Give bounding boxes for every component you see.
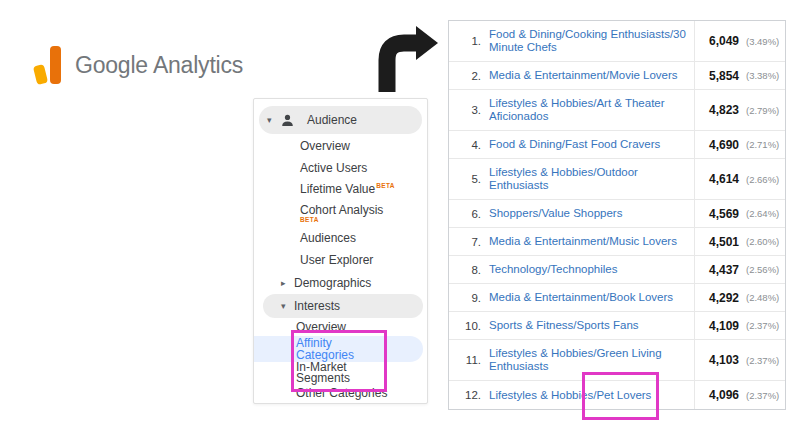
highlight-box-affinity-categories	[291, 330, 387, 392]
row-value-cell: 4,501(2.60%)	[694, 228, 785, 255]
sidebar-item-overview[interactable]: Overview	[254, 134, 427, 157]
row-percent: (2.37%)	[746, 320, 779, 331]
sidebar-item-label: Audiences	[300, 231, 356, 245]
row-rank: 8.	[449, 264, 481, 276]
row-value-cell: 4,292(2.48%)	[694, 284, 785, 311]
row-rank: 6.	[449, 208, 481, 220]
table-row: 9. Media & Entertainment/Book Lovers 4,2…	[449, 284, 785, 312]
analytics-bars-icon	[33, 44, 63, 86]
row-percent: (2.37%)	[746, 390, 779, 401]
row-rank: 2.	[449, 70, 481, 82]
row-value-cell: 4,569(2.64%)	[694, 200, 785, 227]
row-rank: 10.	[449, 320, 481, 332]
row-percent: (2.56%)	[746, 264, 779, 275]
row-percent: (3.38%)	[746, 70, 779, 81]
row-users: 4,109	[695, 319, 739, 333]
row-percent: (3.49%)	[746, 36, 779, 47]
row-users: 4,823	[695, 103, 739, 117]
row-percent: (2.66%)	[746, 174, 779, 185]
chevron-down-icon: ▾	[267, 115, 279, 125]
table-row: 2. Media & Entertainment/Movie Lovers 5,…	[449, 62, 785, 90]
affinity-categories-table: 1. Food & Dining/Cooking Enthusiasts/30 …	[448, 20, 786, 410]
category-link[interactable]: Food & Dining/Cooking Enthusiasts/30 Min…	[481, 28, 694, 54]
sidebar-item-interests[interactable]: ▾ Interests	[263, 294, 423, 318]
category-link[interactable]: Lifestyles & Hobbies/Art & Theater Afici…	[481, 97, 694, 123]
row-users: 4,569	[695, 207, 739, 221]
row-users: 4,614	[695, 172, 739, 186]
row-value-cell: 4,437(2.56%)	[694, 256, 785, 283]
table-row: 6. Shoppers/Value Shoppers 4,569(2.64%)	[449, 200, 785, 228]
logo-wordmark: Google Analytics	[75, 52, 243, 79]
row-value-cell: 4,690(2.71%)	[694, 131, 785, 158]
row-value-cell: 5,854(3.38%)	[694, 62, 785, 89]
row-rank: 4.	[449, 139, 481, 151]
row-rank: 1.	[449, 35, 481, 47]
row-rank: 5.	[449, 173, 481, 185]
google-analytics-logo: Google Analytics	[33, 44, 243, 86]
sidebar-item-label: User Explorer	[300, 253, 373, 267]
sidebar-item-active-users[interactable]: Active Users	[254, 157, 427, 178]
row-value-cell: 4,109(2.37%)	[694, 312, 785, 339]
sidebar-item-cohort-analysis[interactable]: Cohort Analysis BETA	[254, 199, 427, 227]
row-rank: 9.	[449, 292, 481, 304]
category-link[interactable]: Food & Dining/Fast Food Cravers	[481, 138, 694, 151]
row-value-cell: 4,823(2.79%)	[694, 90, 785, 130]
row-value-cell: 4,103(2.37%)	[694, 340, 785, 380]
chevron-right-icon: ▸	[281, 278, 294, 288]
table-row: 10. Sports & Fitness/Sports Fans 4,109(2…	[449, 312, 785, 340]
sidebar-item-label: Lifetime Value	[300, 182, 375, 196]
table-row: 4. Food & Dining/Fast Food Cravers 4,690…	[449, 131, 785, 159]
category-link[interactable]: Media & Entertainment/Music Lovers	[481, 235, 694, 248]
sidebar-item-label: Demographics	[294, 276, 371, 290]
table-row: 5. Lifestyles & Hobbies/Outdoor Enthusia…	[449, 159, 785, 200]
sidebar-item-audience[interactable]: ▾ Audience	[259, 106, 422, 134]
row-users: 4,292	[695, 291, 739, 305]
highlight-box-pet-lovers	[582, 372, 659, 420]
person-icon	[281, 114, 294, 127]
row-rank: 3.	[449, 104, 481, 116]
sidebar-item-user-explorer[interactable]: User Explorer	[254, 249, 427, 271]
category-link[interactable]: Technology/Technophiles	[481, 263, 694, 276]
row-percent: (2.48%)	[746, 292, 779, 303]
category-link[interactable]: Media & Entertainment/Movie Lovers	[481, 69, 694, 82]
sidebar-item-label: Overview	[300, 139, 350, 153]
category-link[interactable]: Lifestyles & Hobbies/Outdoor Enthusiasts	[481, 166, 694, 192]
table-row: 1. Food & Dining/Cooking Enthusiasts/30 …	[449, 21, 785, 62]
sidebar-item-label: Cohort Analysis	[300, 204, 383, 216]
row-rank: 7.	[449, 236, 481, 248]
row-value-cell: 4,614(2.66%)	[694, 159, 785, 199]
row-percent: (2.60%)	[746, 236, 779, 247]
sidebar-item-label: Active Users	[300, 161, 367, 175]
row-rank: 11.	[449, 354, 481, 366]
beta-badge: BETA	[300, 216, 319, 223]
row-percent: (2.37%)	[746, 355, 779, 366]
table-row: 7. Media & Entertainment/Music Lovers 4,…	[449, 228, 785, 256]
row-percent: (2.79%)	[746, 105, 779, 116]
row-value-cell: 6,049(3.49%)	[694, 21, 785, 61]
table-row: 8. Technology/Technophiles 4,437(2.56%)	[449, 256, 785, 284]
beta-badge: BETA	[376, 182, 395, 189]
table-row: 3. Lifestyles & Hobbies/Art & Theater Af…	[449, 90, 785, 131]
turn-right-arrow-icon	[378, 24, 440, 96]
category-link[interactable]: Media & Entertainment/Book Lovers	[481, 291, 694, 304]
sidebar-item-audiences[interactable]: Audiences	[254, 227, 427, 249]
row-rank: 12.	[449, 389, 481, 401]
row-users: 4,096	[695, 388, 739, 402]
category-link[interactable]: Sports & Fitness/Sports Fans	[481, 319, 694, 332]
sidebar-item-demographics[interactable]: ▸ Demographics	[254, 271, 427, 294]
row-percent: (2.71%)	[746, 139, 779, 150]
category-link[interactable]: Shoppers/Value Shoppers	[481, 207, 694, 220]
sidebar-item-label: Audience	[307, 113, 357, 127]
sidebar-item-label: Interests	[294, 299, 340, 313]
row-users: 4,437	[695, 263, 739, 277]
chevron-down-icon: ▾	[281, 301, 294, 311]
sidebar-item-lifetime-value[interactable]: Lifetime ValueBETA	[254, 178, 427, 199]
row-users: 4,103	[695, 353, 739, 367]
row-value-cell: 4,096(2.37%)	[694, 381, 785, 409]
row-percent: (2.64%)	[746, 208, 779, 219]
row-users: 6,049	[695, 34, 739, 48]
row-users: 4,690	[695, 138, 739, 152]
row-users: 4,501	[695, 235, 739, 249]
category-link[interactable]: Lifestyles & Hobbies/Green Living Enthus…	[481, 347, 694, 373]
row-users: 5,854	[695, 69, 739, 83]
